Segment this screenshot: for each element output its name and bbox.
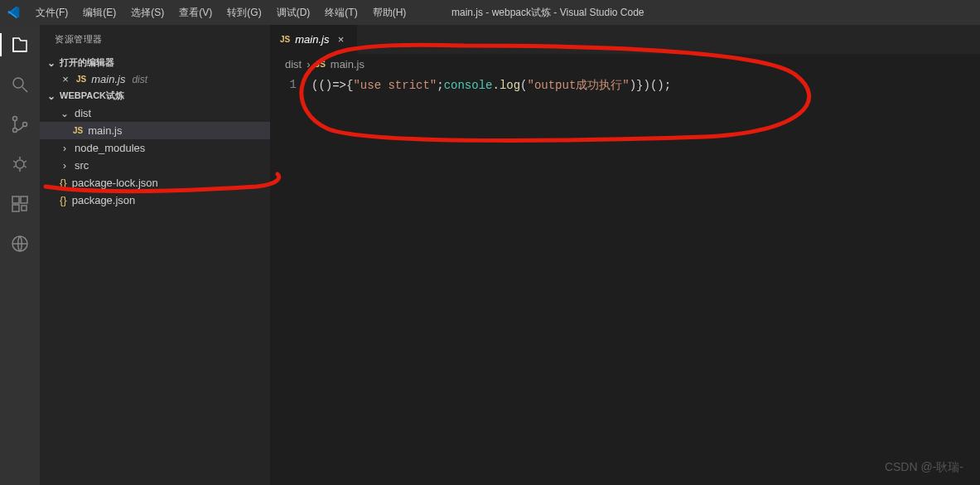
code-editor[interactable]: 1 (()=>{"use strict";console.log("output… xyxy=(270,75,980,93)
chevron-right-icon: › xyxy=(60,143,70,154)
tree-file-package-lock[interactable]: {} package-lock.json xyxy=(40,174,270,192)
svg-rect-7 xyxy=(12,205,19,211)
sidebar-title: 资源管理器 xyxy=(40,25,270,54)
open-editor-name: main.js xyxy=(91,73,125,85)
open-editor-dir: dist xyxy=(132,74,147,85)
tree-file-main-js[interactable]: JS main.js xyxy=(40,122,270,139)
open-editors-header[interactable]: ⌄ 打开的编辑器 xyxy=(40,54,270,71)
file-name: package.json xyxy=(72,194,136,206)
breadcrumb[interactable]: dist › JS main.js xyxy=(270,54,980,75)
workspace-header[interactable]: ⌄ WEBPACK试炼 xyxy=(40,87,270,104)
tab-main-js[interactable]: JS main.js × xyxy=(270,25,358,54)
titlebar: 文件(F) 编辑(E) 选择(S) 查看(V) 转到(G) 调试(D) 终端(T… xyxy=(0,0,980,25)
menu-view[interactable]: 查看(V) xyxy=(171,2,220,23)
open-editors-label: 打开的编辑器 xyxy=(60,56,114,69)
chevron-right-icon: › xyxy=(60,160,70,172)
menu-terminal[interactable]: 终端(T) xyxy=(317,2,364,23)
svg-rect-6 xyxy=(21,196,27,203)
source-control-icon[interactable] xyxy=(8,113,31,136)
sidebar: 资源管理器 ⌄ 打开的编辑器 × JS main.js dist ⌄ WEBPA… xyxy=(40,25,270,485)
folder-name: src xyxy=(75,159,89,172)
folder-name: dist xyxy=(75,107,91,119)
menu-debug[interactable]: 调试(D) xyxy=(269,2,318,23)
menu-edit[interactable]: 编辑(E) xyxy=(75,2,123,23)
tree-folder-src[interactable]: › src xyxy=(40,157,270,174)
svg-point-3 xyxy=(23,123,27,127)
folder-name: node_modules xyxy=(75,142,145,154)
menu-go[interactable]: 转到(G) xyxy=(220,2,268,23)
vscode-logo-icon xyxy=(7,6,20,19)
chevron-down-icon: ⌄ xyxy=(46,57,56,69)
watermark: CSDN @-耿瑞- xyxy=(885,460,963,475)
svg-point-1 xyxy=(13,117,17,121)
workspace-label: WEBPACK试炼 xyxy=(60,90,124,102)
explorer-icon[interactable] xyxy=(0,33,31,56)
line-number: 1 xyxy=(270,78,311,93)
menu-help[interactable]: 帮助(H) xyxy=(365,2,414,23)
tree-folder-node-modules[interactable]: › node_modules xyxy=(40,139,270,157)
tree-file-package[interactable]: {} package.json xyxy=(40,192,270,209)
chevron-down-icon: ⌄ xyxy=(46,90,56,102)
editor-area: JS main.js × dist › JS main.js 1 (()=>{"… xyxy=(270,25,980,485)
close-icon[interactable]: × xyxy=(60,73,71,85)
window-title: main.js - webpack试炼 - Visual Studio Code xyxy=(451,6,644,20)
file-name: main.js xyxy=(88,124,122,137)
remote-icon[interactable] xyxy=(8,232,31,255)
tree-folder-dist[interactable]: ⌄ dist xyxy=(40,104,270,122)
json-file-icon: {} xyxy=(60,194,67,206)
chevron-down-icon: ⌄ xyxy=(60,108,70,119)
js-file-icon: JS xyxy=(316,60,326,69)
js-file-icon: JS xyxy=(73,126,83,135)
code-line[interactable]: (()=>{"use strict";console.log("output成功… xyxy=(311,78,671,93)
js-file-icon: JS xyxy=(76,75,86,84)
svg-point-0 xyxy=(13,78,23,88)
menubar: 文件(F) 编辑(E) 选择(S) 查看(V) 转到(G) 调试(D) 终端(T… xyxy=(28,2,413,23)
breadcrumb-segment[interactable]: main.js xyxy=(331,58,364,70)
open-editor-item[interactable]: × JS main.js dist xyxy=(40,71,270,87)
extensions-icon[interactable] xyxy=(8,192,31,216)
svg-point-2 xyxy=(13,129,17,133)
svg-point-4 xyxy=(16,160,24,168)
breadcrumb-segment[interactable]: dist xyxy=(285,58,302,70)
search-icon[interactable] xyxy=(8,73,31,96)
js-file-icon: JS xyxy=(280,35,290,44)
menu-file[interactable]: 文件(F) xyxy=(28,2,75,23)
chevron-right-icon: › xyxy=(307,58,310,70)
activity-bar xyxy=(0,25,40,485)
tab-label: main.js xyxy=(295,33,329,46)
svg-rect-8 xyxy=(22,206,27,211)
file-name: package-lock.json xyxy=(72,177,158,189)
close-icon[interactable]: × xyxy=(334,33,347,46)
tabs-row: JS main.js × xyxy=(270,25,980,54)
menu-selection[interactable]: 选择(S) xyxy=(123,2,171,23)
json-file-icon: {} xyxy=(60,177,67,189)
debug-icon[interactable] xyxy=(8,153,31,176)
svg-rect-5 xyxy=(12,196,19,203)
